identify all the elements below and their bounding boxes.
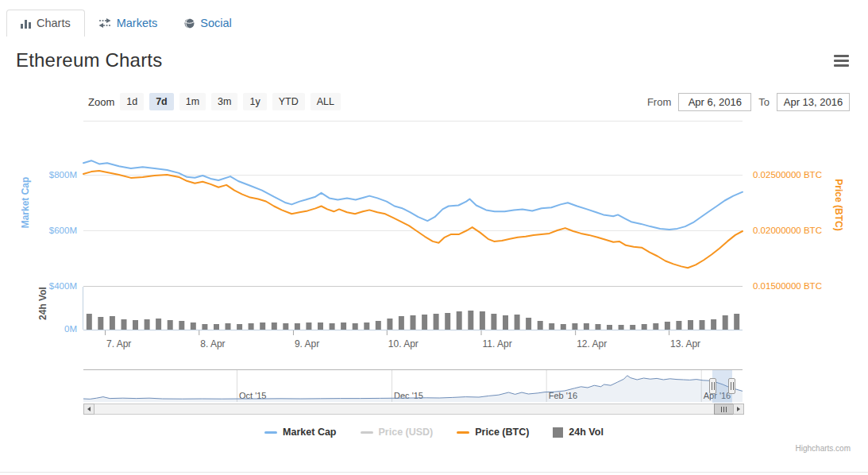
gridlines (83, 122, 743, 287)
zoom-button-1y[interactable]: 1y (243, 93, 266, 110)
series-price-btc- (83, 171, 743, 268)
zoom-button-ytd[interactable]: YTD (272, 93, 305, 110)
from-date-input[interactable] (678, 93, 751, 111)
zoom-button-1m[interactable]: 1m (179, 93, 206, 110)
x-axis: 7. Apr8. Apr9. Apr10. Apr11. Apr12. Apr1… (105, 330, 700, 349)
svg-text:$600M: $600M (49, 226, 77, 235)
zoom-button-7d[interactable]: 7d (149, 93, 174, 110)
legend-square-marker (553, 427, 563, 438)
series-market-cap (83, 160, 743, 230)
chart-legend: Market Cap Price (USD) Price (BTC) 24h V… (0, 427, 868, 438)
price-btc-tick-labels: 0.02500000 BTC0.02000000 BTC0.01500000 B… (753, 170, 822, 291)
market-cap-tick-labels: $800M$600M$400M0M (49, 170, 77, 334)
highcharts-credit[interactable]: Highcharts.com (796, 444, 851, 453)
legend-item-price-usd[interactable]: Price (USD) (361, 427, 434, 438)
legend-item-market-cap[interactable]: Market Cap (264, 427, 336, 438)
svg-text:12. Apr: 12. Apr (577, 338, 607, 349)
chart-scrollbar[interactable] (83, 404, 744, 415)
bottom-divider (0, 472, 868, 473)
page-title: Ethereum Charts (16, 49, 162, 71)
svg-text:7. Apr: 7. Apr (106, 338, 131, 349)
exchange-arrows-icon (98, 18, 111, 28)
scrollbar-right-arrow-icon[interactable] (733, 404, 744, 415)
bar-chart-icon (21, 18, 31, 29)
zoom-button-1d[interactable]: 1d (120, 93, 144, 110)
tab-social-label: Social (200, 17, 232, 29)
chart-canvas: $800M$600M$400M0M0.02500000 BTC0.0200000… (0, 115, 868, 403)
date-range-group: From To (647, 93, 850, 111)
chart-context-menu-icon[interactable] (834, 55, 849, 67)
tab-markets-label: Markets (117, 17, 158, 29)
tab-charts[interactable]: Charts (6, 10, 85, 37)
svg-text:10. Apr: 10. Apr (388, 338, 419, 349)
svg-text:0.01500000 BTC: 0.01500000 BTC (753, 281, 822, 291)
svg-text:$400M: $400M (49, 281, 77, 291)
globe-icon (184, 18, 195, 29)
zoom-button-3m[interactable]: 3m (211, 93, 237, 110)
from-label: From (647, 96, 671, 108)
tab-markets[interactable]: Markets (85, 10, 172, 37)
market-cap-axis-title: Market Cap (20, 177, 31, 229)
legend-line-marker (264, 431, 277, 434)
svg-text:0.02500000 BTC: 0.02500000 BTC (753, 170, 822, 180)
scrollbar-left-arrow-icon[interactable] (83, 404, 95, 415)
svg-text:13. Apr: 13. Apr (670, 338, 700, 349)
svg-text:$800M: $800M (49, 170, 77, 180)
tab-bar: Charts Markets Social (6, 7, 245, 37)
navigator-left-handle-icon[interactable] (709, 378, 716, 394)
to-date-input[interactable] (777, 93, 850, 111)
zoom-button-all[interactable]: ALL (311, 93, 341, 110)
legend-line-marker (361, 431, 373, 434)
zoom-label: Zoom (88, 96, 114, 108)
svg-text:0M: 0M (64, 324, 77, 334)
price-btc-axis-title: Price (BTC) (833, 179, 844, 230)
legend-line-marker (457, 431, 469, 434)
zoom-button-group: Zoom 1d 7d 1m 3m 1y YTD ALL (88, 93, 341, 110)
legend-item-24h-vol[interactable]: 24h Vol (553, 427, 604, 438)
scrollbar-thumb[interactable] (714, 404, 734, 415)
legend-item-price-btc[interactable]: Price (BTC) (457, 427, 529, 438)
tab-social[interactable]: Social (171, 10, 245, 37)
navigator: Oct '15Dec '15Feb '16Apr '16 (83, 370, 743, 403)
volume-axis-title: 24h Vol (37, 287, 48, 320)
chart-controls: Zoom 1d 7d 1m 3m 1y YTD ALL From To (0, 93, 868, 112)
svg-text:0.02000000 BTC: 0.02000000 BTC (753, 226, 822, 235)
to-label: To (758, 96, 770, 108)
svg-text:9. Apr: 9. Apr (295, 338, 319, 349)
tab-charts-label: Charts (37, 17, 71, 29)
svg-text:11. Apr: 11. Apr (482, 338, 511, 349)
volume-bars (87, 311, 739, 330)
svg-text:8. Apr: 8. Apr (200, 338, 225, 349)
navigator-right-handle-icon[interactable] (728, 378, 735, 394)
